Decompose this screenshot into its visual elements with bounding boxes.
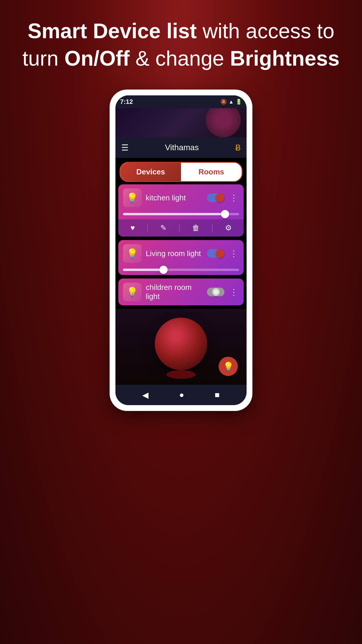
device-card-kitchen: 💡 kitchen light ⋮ (118, 184, 244, 237)
mute-icon: 🔕 (220, 99, 227, 105)
toggle-thumb-kitchen (216, 193, 224, 202)
nav-home-button[interactable]: ● (179, 390, 184, 400)
action-bar-kitchen: ♥ ✎ 🗑 ⚙ (118, 219, 244, 237)
toggle-thumb-living (216, 249, 224, 258)
tab-bar: Devices Rooms (120, 162, 242, 182)
nav-back-button[interactable]: ◀ (142, 390, 149, 400)
bottom-nav: ◀ ● ■ (115, 385, 247, 405)
more-options-living[interactable]: ⋮ (229, 249, 239, 258)
toggle-thumb-children (212, 288, 220, 296)
bottom-decorative-image: 💡 (115, 309, 247, 385)
toggle-container-children (207, 288, 224, 296)
device-card-living: 💡 Living room light ⋮ (118, 240, 244, 275)
divider1 (147, 224, 148, 232)
slider-thumb-kitchen[interactable] (221, 210, 229, 218)
delete-icon[interactable]: 🗑 (192, 223, 200, 232)
app-title: Vithamas (165, 143, 199, 152)
favorite-icon[interactable]: ♥ (130, 223, 135, 232)
device-icon-box-kitchen: 💡 (123, 188, 142, 207)
settings-icon[interactable]: ⚙ (225, 223, 232, 232)
status-icons: 🔕 ▲ 🔋 (220, 99, 242, 105)
status-bar: 7:12 🔕 ▲ 🔋 (115, 95, 247, 108)
app-bar: ☰ Vithamas Ƀ (115, 137, 247, 158)
device-name-children: children room light (146, 283, 203, 301)
device-icon-box-living: 💡 (123, 244, 142, 263)
top-image-overlay (206, 108, 241, 137)
fab-icon: 💡 (223, 361, 234, 372)
edit-icon[interactable]: ✎ (160, 223, 167, 232)
device-name-living: Living room light (146, 249, 203, 258)
slider-row-living (118, 267, 244, 275)
device-card-children: 💡 children room light ⋮ (118, 279, 244, 305)
slider-track-kitchen[interactable] (123, 213, 239, 215)
divider3 (212, 224, 212, 232)
phone-container: 7:12 🔕 ▲ 🔋 ☰ Vithamas Ƀ (0, 84, 362, 411)
tab-devices[interactable]: Devices (120, 163, 181, 181)
lamp-sphere (155, 318, 207, 370)
battery-icon: 🔋 (236, 99, 242, 105)
more-options-kitchen[interactable]: ⋮ (229, 193, 239, 203)
slider-track-living[interactable] (123, 269, 239, 271)
tab-rooms[interactable]: Rooms (181, 163, 242, 181)
toggle-container-living (207, 249, 224, 258)
status-time: 7:12 (120, 98, 133, 106)
toggle-living[interactable] (207, 249, 224, 258)
header-text: Smart Device list with access to turn On… (0, 0, 362, 84)
device-name-kitchen: kitchen light (146, 193, 203, 202)
fab-add-device[interactable]: 💡 (219, 357, 238, 376)
slider-thumb-living[interactable] (159, 266, 168, 274)
divider2 (179, 224, 180, 232)
phone: 7:12 🔕 ▲ 🔋 ☰ Vithamas Ƀ (110, 90, 252, 411)
nav-recents-button[interactable]: ■ (215, 390, 220, 400)
slider-fill-living (123, 269, 164, 271)
device-icon-box-children: 💡 (123, 283, 142, 301)
toggle-children[interactable] (207, 288, 224, 296)
toggle-container-kitchen (207, 193, 224, 202)
top-decorative-image (115, 108, 247, 137)
signal-icon: ▲ (229, 99, 234, 105)
device-list: 💡 kitchen light ⋮ (115, 184, 247, 305)
bulb-icon-living: 💡 (126, 248, 138, 259)
bulb-icon-kitchen: 💡 (126, 192, 138, 203)
more-options-children[interactable]: ⋮ (229, 287, 239, 297)
bluetooth-icon[interactable]: Ƀ (235, 143, 241, 153)
slider-fill-kitchen (123, 213, 225, 215)
phone-screen: 7:12 🔕 ▲ 🔋 ☰ Vithamas Ƀ (115, 95, 247, 405)
lamp-base (166, 370, 196, 379)
bulb-icon-children: 💡 (126, 286, 138, 298)
device-row-kitchen: 💡 kitchen light ⋮ (118, 184, 244, 211)
slider-row-kitchen (118, 211, 244, 219)
header-bold1: Smart Device list (28, 19, 203, 43)
device-row-children: 💡 children room light ⋮ (118, 279, 244, 305)
device-row-living: 💡 Living room light ⋮ (118, 240, 244, 267)
toggle-kitchen[interactable] (207, 193, 224, 202)
menu-icon[interactable]: ☰ (121, 143, 129, 153)
